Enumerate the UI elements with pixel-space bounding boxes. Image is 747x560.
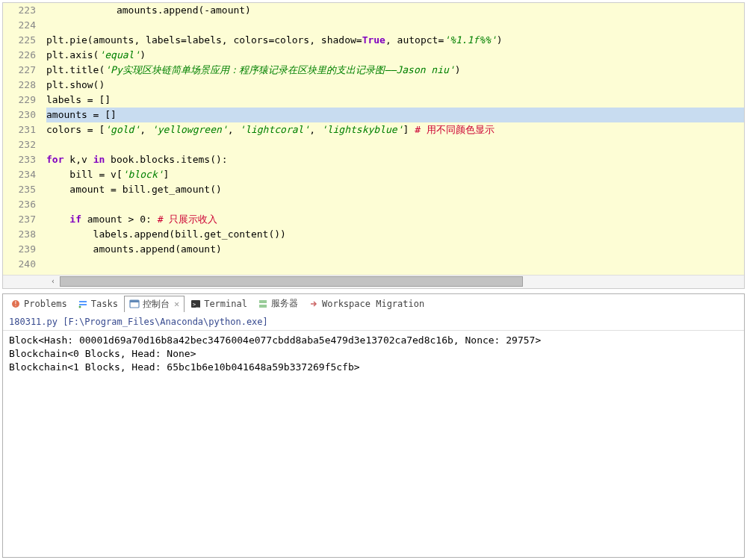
tab-label: 服务器 [271, 297, 298, 310]
code-line[interactable]: plt.pie(amounts, labels=labels, colors=c… [46, 33, 744, 48]
code-line[interactable] [46, 257, 744, 272]
tasks-icon [78, 299, 88, 309]
code-line[interactable]: labels.append(bill.get_content()) [46, 227, 744, 242]
svg-text:!: ! [14, 301, 18, 308]
code-line[interactable]: labels = [] [46, 93, 744, 108]
code-line[interactable]: if amount > 0: # 只展示收入 [46, 212, 744, 227]
line-number-gutter: 2232242252262272282292302312322332342352… [3, 3, 40, 275]
line-number: 227 [3, 63, 36, 78]
svg-rect-9 [259, 300, 267, 303]
servers-icon [258, 299, 268, 309]
line-number: 239 [3, 242, 36, 257]
close-icon[interactable]: ✕ [174, 299, 179, 309]
console-title: 180311.py [F:\Program_Files\Anaconda\pyt… [3, 314, 744, 331]
scrollbar-thumb[interactable] [60, 276, 523, 287]
editor-horizontal-scrollbar[interactable]: ‹ [3, 275, 744, 288]
line-number: 237 [3, 212, 36, 227]
code-line[interactable] [46, 137, 744, 152]
code-line[interactable]: colors = ['gold', 'yellowgreen', 'lightc… [46, 122, 744, 137]
svg-rect-2 [79, 301, 87, 302]
svg-rect-6 [130, 300, 139, 302]
code-line[interactable]: bill = v['block'] [46, 167, 744, 182]
code-line[interactable]: plt.axis('equal') [46, 48, 744, 63]
editor-body[interactable]: 2232242252262272282292302312322332342352… [3, 3, 744, 275]
code-line[interactable]: amounts = [] [46, 108, 744, 122]
line-number: 226 [3, 48, 36, 63]
code-line[interactable]: amounts.append(amount) [46, 242, 744, 257]
tab-problems[interactable]: ! Problems [6, 297, 72, 311]
code-line[interactable] [46, 18, 744, 33]
line-number: 236 [3, 197, 36, 212]
svg-point-4 [78, 305, 81, 308]
line-number: 228 [3, 78, 36, 93]
tab-label: Terminal [204, 299, 247, 309]
line-number: 224 [3, 18, 36, 33]
bottom-views-panel: ! Problems Tasks 控制台 ✕ >_ Terminal [2, 293, 745, 558]
line-number: 240 [3, 257, 36, 272]
terminal-icon: >_ [190, 299, 201, 309]
line-number: 232 [3, 137, 36, 152]
line-number: 231 [3, 122, 36, 137]
code-area[interactable]: amounts.append(-amount)plt.pie(amounts, … [40, 3, 744, 275]
tab-tasks[interactable]: Tasks [73, 297, 123, 311]
tab-servers[interactable]: 服务器 [253, 296, 303, 311]
code-editor-panel: 2232242252262272282292302312322332342352… [2, 2, 745, 289]
tab-label: Workspace Migration [322, 299, 424, 309]
svg-rect-10 [259, 305, 267, 308]
console-icon [129, 299, 140, 309]
line-number: 223 [3, 3, 36, 18]
tab-label: Problems [24, 299, 67, 309]
scroll-left-arrow-icon[interactable]: ‹ [48, 276, 58, 287]
bottom-tabs: ! Problems Tasks 控制台 ✕ >_ Terminal [3, 294, 744, 314]
tab-label: Tasks [91, 299, 118, 309]
tab-workspace-migration[interactable]: Workspace Migration [304, 297, 429, 311]
code-line[interactable]: amount = bill.get_amount() [46, 182, 744, 197]
tab-terminal[interactable]: >_ Terminal [186, 297, 252, 311]
line-number: 225 [3, 33, 36, 48]
line-number: 238 [3, 227, 36, 242]
svg-rect-3 [79, 304, 87, 305]
code-line[interactable]: plt.title('Py实现区块链简单场景应用：程序猿记录在区块里的支出记录图… [46, 63, 744, 78]
tab-console[interactable]: 控制台 ✕ [124, 296, 185, 312]
code-line[interactable]: plt.show() [46, 78, 744, 93]
tab-label: 控制台 [143, 298, 170, 311]
line-number: 235 [3, 182, 36, 197]
line-number: 230 [3, 108, 36, 122]
line-number: 234 [3, 167, 36, 182]
line-number: 233 [3, 152, 36, 167]
console-output[interactable]: Block<Hash: 00001d69a70d16b8a42bec347600… [3, 331, 744, 557]
line-number: 229 [3, 93, 36, 108]
code-line[interactable]: amounts.append(-amount) [46, 3, 744, 18]
migration-icon [309, 299, 319, 309]
code-line[interactable]: for k,v in book.blocks.items(): [46, 152, 744, 167]
code-line[interactable] [46, 197, 744, 212]
svg-text:>_: >_ [193, 302, 199, 308]
problems-icon: ! [10, 299, 21, 309]
